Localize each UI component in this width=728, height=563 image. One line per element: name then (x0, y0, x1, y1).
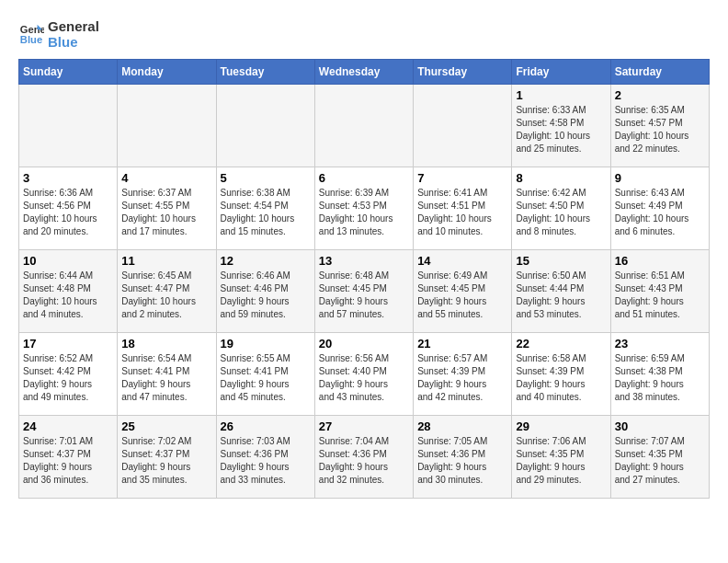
day-info: Sunrise: 7:04 AM Sunset: 4:36 PM Dayligh… (319, 435, 409, 487)
day-number: 21 (417, 337, 507, 350)
logo-text-line2: Blue (48, 34, 99, 50)
day-cell (19, 85, 118, 167)
day-info: Sunrise: 6:49 AM Sunset: 4:45 PM Dayligh… (417, 270, 507, 321)
week-row-2: 3Sunrise: 6:36 AM Sunset: 4:56 PM Daylig… (19, 167, 710, 250)
day-number: 22 (516, 337, 606, 350)
day-info: Sunrise: 7:07 AM Sunset: 4:35 PM Dayligh… (615, 435, 705, 487)
col-header-sunday: Sunday (19, 60, 118, 85)
day-cell: 25Sunrise: 7:02 AM Sunset: 4:37 PM Dayli… (118, 416, 216, 499)
week-row-4: 17Sunrise: 6:52 AM Sunset: 4:42 PM Dayli… (19, 333, 710, 416)
day-number: 23 (615, 337, 705, 350)
day-info: Sunrise: 7:06 AM Sunset: 4:35 PM Dayligh… (516, 435, 606, 487)
col-header-friday: Friday (512, 60, 610, 85)
day-number: 8 (516, 171, 606, 185)
day-cell: 4Sunrise: 6:37 AM Sunset: 4:55 PM Daylig… (118, 167, 216, 250)
col-header-saturday: Saturday (610, 60, 709, 85)
logo-icon: General Blue (18, 21, 44, 47)
day-cell: 16Sunrise: 6:51 AM Sunset: 4:43 PM Dayli… (610, 250, 709, 333)
day-number: 30 (615, 419, 705, 433)
day-number: 7 (417, 171, 507, 185)
week-row-1: 1Sunrise: 6:33 AM Sunset: 4:58 PM Daylig… (19, 85, 710, 167)
day-cell: 14Sunrise: 6:49 AM Sunset: 4:45 PM Dayli… (414, 250, 512, 333)
day-cell: 30Sunrise: 7:07 AM Sunset: 4:35 PM Dayli… (610, 416, 709, 499)
day-cell: 26Sunrise: 7:03 AM Sunset: 4:36 PM Dayli… (216, 416, 314, 499)
day-number: 17 (23, 337, 113, 350)
day-number: 4 (121, 171, 211, 185)
day-number: 1 (516, 88, 606, 102)
day-number: 6 (319, 171, 409, 185)
day-info: Sunrise: 6:38 AM Sunset: 4:54 PM Dayligh… (221, 187, 311, 238)
day-info: Sunrise: 6:37 AM Sunset: 4:55 PM Dayligh… (121, 187, 211, 238)
day-info: Sunrise: 6:55 AM Sunset: 4:41 PM Dayligh… (221, 352, 311, 404)
day-number: 27 (319, 419, 409, 433)
day-cell: 23Sunrise: 6:59 AM Sunset: 4:38 PM Dayli… (610, 333, 709, 416)
day-info: Sunrise: 6:43 AM Sunset: 4:49 PM Dayligh… (615, 187, 705, 238)
day-info: Sunrise: 6:48 AM Sunset: 4:45 PM Dayligh… (319, 270, 409, 321)
day-number: 12 (221, 254, 311, 268)
day-number: 10 (23, 254, 113, 268)
day-cell: 24Sunrise: 7:01 AM Sunset: 4:37 PM Dayli… (19, 416, 118, 499)
day-number: 18 (121, 337, 211, 350)
col-header-monday: Monday (118, 60, 216, 85)
day-cell: 10Sunrise: 6:44 AM Sunset: 4:48 PM Dayli… (19, 250, 118, 333)
day-info: Sunrise: 6:56 AM Sunset: 4:40 PM Dayligh… (319, 352, 409, 404)
day-info: Sunrise: 6:54 AM Sunset: 4:41 PM Dayligh… (121, 352, 211, 404)
day-info: Sunrise: 7:05 AM Sunset: 4:36 PM Dayligh… (417, 435, 507, 487)
logo: General Blue General Blue (18, 18, 99, 50)
day-number: 2 (615, 88, 705, 102)
day-cell: 3Sunrise: 6:36 AM Sunset: 4:56 PM Daylig… (19, 167, 118, 250)
day-number: 15 (516, 254, 606, 268)
day-cell: 8Sunrise: 6:42 AM Sunset: 4:50 PM Daylig… (512, 167, 610, 250)
week-row-3: 10Sunrise: 6:44 AM Sunset: 4:48 PM Dayli… (19, 250, 710, 333)
day-number: 5 (221, 171, 311, 185)
col-header-tuesday: Tuesday (216, 60, 314, 85)
day-number: 19 (221, 337, 311, 350)
day-number: 20 (319, 337, 409, 350)
day-cell: 13Sunrise: 6:48 AM Sunset: 4:45 PM Dayli… (314, 250, 413, 333)
header: General Blue General Blue (18, 18, 710, 50)
day-cell: 11Sunrise: 6:45 AM Sunset: 4:47 PM Dayli… (118, 250, 216, 333)
day-cell: 21Sunrise: 6:57 AM Sunset: 4:39 PM Dayli… (414, 333, 512, 416)
day-cell: 22Sunrise: 6:58 AM Sunset: 4:39 PM Dayli… (512, 333, 610, 416)
day-cell (414, 85, 512, 167)
col-header-wednesday: Wednesday (314, 60, 413, 85)
day-number: 3 (23, 171, 113, 185)
day-info: Sunrise: 6:45 AM Sunset: 4:47 PM Dayligh… (121, 270, 211, 321)
header-row: SundayMondayTuesdayWednesdayThursdayFrid… (19, 60, 710, 85)
day-cell: 28Sunrise: 7:05 AM Sunset: 4:36 PM Dayli… (414, 416, 512, 499)
day-info: Sunrise: 7:02 AM Sunset: 4:37 PM Dayligh… (121, 435, 211, 487)
day-number: 11 (121, 254, 211, 268)
col-header-thursday: Thursday (414, 60, 512, 85)
day-number: 9 (615, 171, 705, 185)
day-cell: 15Sunrise: 6:50 AM Sunset: 4:44 PM Dayli… (512, 250, 610, 333)
day-cell: 27Sunrise: 7:04 AM Sunset: 4:36 PM Dayli… (314, 416, 413, 499)
day-cell: 17Sunrise: 6:52 AM Sunset: 4:42 PM Dayli… (19, 333, 118, 416)
day-info: Sunrise: 6:59 AM Sunset: 4:38 PM Dayligh… (615, 352, 705, 404)
day-info: Sunrise: 6:39 AM Sunset: 4:53 PM Dayligh… (319, 187, 409, 238)
day-info: Sunrise: 6:42 AM Sunset: 4:50 PM Dayligh… (516, 187, 606, 238)
day-cell: 20Sunrise: 6:56 AM Sunset: 4:40 PM Dayli… (314, 333, 413, 416)
day-cell (314, 85, 413, 167)
day-info: Sunrise: 6:50 AM Sunset: 4:44 PM Dayligh… (516, 270, 606, 321)
logo-text-line1: General (48, 18, 99, 34)
day-number: 25 (121, 419, 211, 433)
svg-text:Blue: Blue (20, 34, 42, 45)
day-number: 29 (516, 419, 606, 433)
day-cell: 12Sunrise: 6:46 AM Sunset: 4:46 PM Dayli… (216, 250, 314, 333)
day-info: Sunrise: 6:52 AM Sunset: 4:42 PM Dayligh… (23, 352, 113, 404)
day-cell: 29Sunrise: 7:06 AM Sunset: 4:35 PM Dayli… (512, 416, 610, 499)
day-number: 28 (417, 419, 507, 433)
day-cell: 18Sunrise: 6:54 AM Sunset: 4:41 PM Dayli… (118, 333, 216, 416)
day-number: 16 (615, 254, 705, 268)
day-info: Sunrise: 6:36 AM Sunset: 4:56 PM Dayligh… (23, 187, 113, 238)
day-number: 14 (417, 254, 507, 268)
day-cell: 5Sunrise: 6:38 AM Sunset: 4:54 PM Daylig… (216, 167, 314, 250)
day-info: Sunrise: 6:41 AM Sunset: 4:51 PM Dayligh… (417, 187, 507, 238)
day-cell (118, 85, 216, 167)
day-number: 13 (319, 254, 409, 268)
calendar-table: SundayMondayTuesdayWednesdayThursdayFrid… (18, 59, 710, 499)
week-row-5: 24Sunrise: 7:01 AM Sunset: 4:37 PM Dayli… (19, 416, 710, 499)
day-cell: 19Sunrise: 6:55 AM Sunset: 4:41 PM Dayli… (216, 333, 314, 416)
day-cell: 2Sunrise: 6:35 AM Sunset: 4:57 PM Daylig… (610, 85, 709, 167)
day-info: Sunrise: 7:03 AM Sunset: 4:36 PM Dayligh… (221, 435, 311, 487)
